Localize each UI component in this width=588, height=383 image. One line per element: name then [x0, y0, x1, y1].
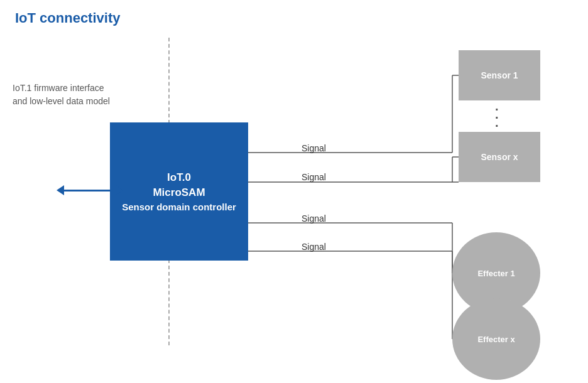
- arrow-head-left-icon: [57, 185, 64, 195]
- sensor-x-box: Sensor x: [459, 132, 540, 182]
- signal-label-4: Signal: [302, 242, 326, 252]
- page-title: IoT connectivity: [15, 10, 120, 26]
- controller-label-line2: MicroSAM: [153, 186, 205, 199]
- signal-label-2: Signal: [302, 172, 326, 182]
- controller-label-line1: IoT.0: [167, 171, 191, 184]
- central-controller-box: IoT.0 MicroSAM Sensor domain controller: [110, 122, 248, 261]
- left-label: IoT.1 firmware interface and low-level d…: [13, 82, 113, 108]
- signal-label-3: Signal: [302, 213, 326, 224]
- bidirectional-arrow: [57, 185, 123, 195]
- diagram-container: IoT connectivity IoT.1 firmware interfac…: [0, 0, 588, 383]
- arrow-head-right-icon: [116, 185, 123, 195]
- controller-label-line3: Sensor domain controller: [122, 202, 236, 212]
- sensor-1-box: Sensor 1: [459, 50, 540, 100]
- sensor-dots-3: ·: [495, 119, 500, 133]
- sensor-x-label: Sensor x: [481, 152, 518, 162]
- signal-label-1: Signal: [302, 143, 326, 153]
- left-label-line1: IoT.1 firmware interface: [13, 83, 104, 93]
- effecter-x-label: Effecter x: [477, 335, 514, 344]
- effecter-x-circle: Effecter x: [452, 298, 540, 380]
- effecter-1-label: Effecter 1: [477, 269, 514, 278]
- arrow-shaft: [64, 190, 116, 192]
- sensor-1-label: Sensor 1: [481, 70, 518, 80]
- left-label-line2: and low-level data model: [13, 96, 110, 106]
